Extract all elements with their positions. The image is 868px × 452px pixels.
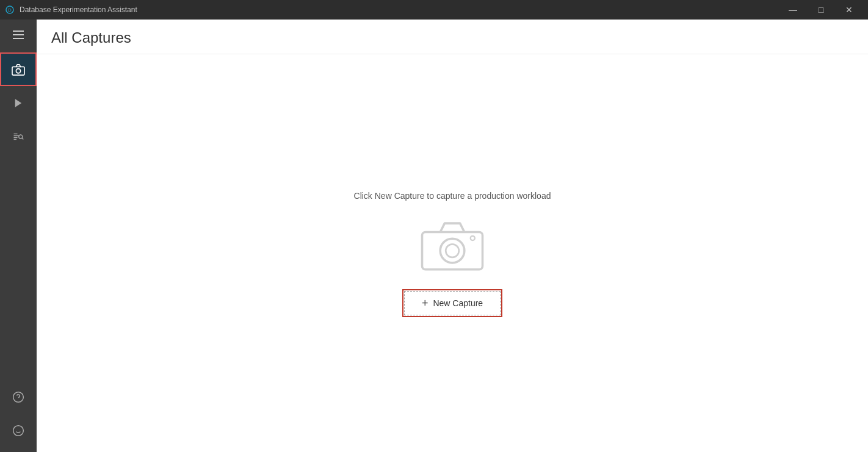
sidebar-item-help[interactable] [0, 380, 37, 414]
svg-point-13 [13, 425, 24, 436]
page-title: All Captures [51, 29, 853, 46]
main-layout: All Captures Click New Capture to captur… [0, 20, 868, 452]
title-bar: D Database Experimentation Assistant — □… [0, 0, 868, 20]
empty-camera-icon [419, 218, 486, 273]
feedback-icon [12, 425, 24, 437]
hamburger-icon [13, 30, 24, 39]
sidebar-item-capture[interactable] [0, 52, 37, 86]
sidebar-item-replay[interactable] [0, 86, 37, 120]
sidebar-item-feedback[interactable] [0, 414, 37, 447]
empty-state-icon-container [416, 215, 489, 276]
sidebar [0, 20, 37, 452]
svg-rect-2 [12, 66, 24, 75]
svg-text:D: D [8, 7, 12, 13]
play-icon [13, 98, 24, 109]
svg-point-3 [16, 68, 20, 73]
app-title: Database Experimentation Assistant [20, 5, 137, 14]
svg-point-11 [13, 392, 24, 402]
app-icon: D [5, 5, 15, 15]
menu-button[interactable] [0, 20, 37, 50]
plus-icon: + [422, 298, 429, 309]
window-controls: — □ ✕ [779, 0, 863, 20]
new-capture-button[interactable]: + New Capture [404, 291, 501, 315]
title-bar-left: D Database Experimentation Assistant [5, 5, 137, 15]
empty-state-message: Click New Capture to capture a productio… [354, 191, 551, 201]
minimize-button[interactable]: — [779, 0, 807, 20]
new-capture-label: New Capture [433, 298, 483, 308]
camera-icon [12, 63, 25, 76]
sidebar-item-analysis[interactable] [0, 120, 37, 153]
close-button[interactable]: ✕ [835, 0, 863, 20]
analysis-icon [12, 131, 24, 142]
svg-point-18 [446, 244, 459, 257]
content-area: All Captures Click New Capture to captur… [37, 20, 868, 452]
svg-line-10 [22, 138, 23, 139]
page-header: All Captures [37, 20, 868, 54]
svg-point-17 [440, 239, 465, 263]
page-body: Click New Capture to capture a productio… [37, 54, 868, 452]
maximize-button[interactable]: □ [807, 0, 835, 20]
sidebar-nav [0, 50, 37, 380]
help-icon [12, 391, 24, 403]
svg-marker-4 [15, 99, 22, 107]
svg-point-19 [471, 236, 475, 240]
svg-point-9 [19, 135, 23, 138]
sidebar-bottom [0, 380, 37, 447]
